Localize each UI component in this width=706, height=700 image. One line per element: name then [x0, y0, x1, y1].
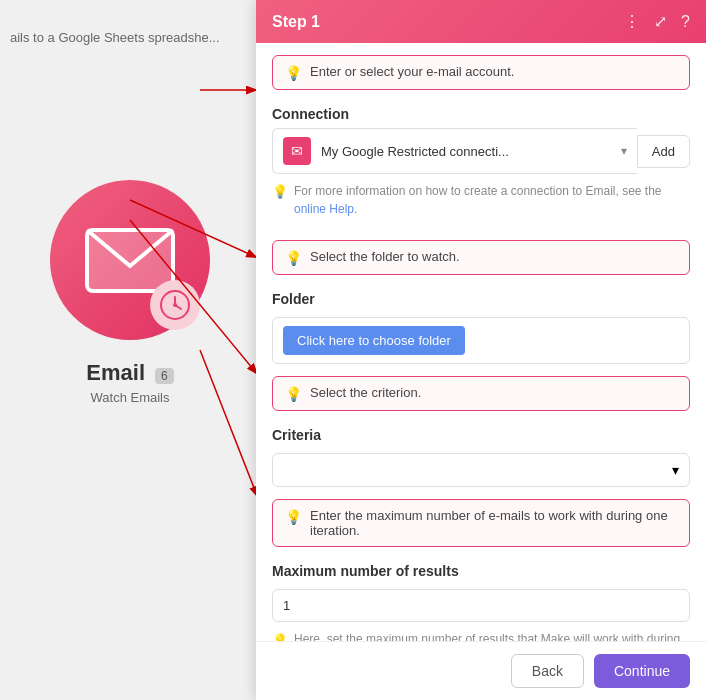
criteria-label: Criteria: [256, 423, 706, 449]
expand-icon[interactable]: ⤢: [654, 12, 667, 31]
tip-text-3: Select the criterion.: [310, 385, 421, 400]
email-badge: 6: [155, 368, 174, 384]
connection-label: Connection: [256, 102, 706, 128]
clock-badge: [150, 280, 200, 330]
add-connection-button[interactable]: Add: [637, 135, 690, 168]
tooltip-email-account: 💡 Enter or select your e-mail account.: [272, 55, 690, 90]
max-results-input[interactable]: [272, 589, 690, 622]
continue-button[interactable]: Continue: [594, 654, 690, 688]
clock-icon: [159, 289, 191, 321]
panel-footer: Back Continue: [256, 641, 706, 700]
email-sublabel: Watch Emails: [50, 390, 210, 405]
max-results-help-text: Here, set the maximum number of results …: [294, 630, 690, 641]
criteria-select[interactable]: ▾: [272, 453, 690, 487]
tip-text-4: Enter the maximum number of e-mails to w…: [310, 508, 677, 538]
header-icons: ⋮ ⤢ ?: [624, 12, 690, 31]
bg-text: ails to a Google Sheets spreadshe...: [10, 30, 220, 45]
email-title: Email: [86, 360, 145, 385]
tip-icon-2: 💡: [285, 250, 302, 266]
connection-chevron-icon: ▾: [621, 144, 627, 158]
connection-email-icon: ✉: [283, 137, 311, 165]
max-results-label: Maximum number of results: [256, 559, 706, 585]
email-icon-circle: [50, 180, 210, 340]
connection-help: 💡 For more information on how to create …: [256, 182, 706, 228]
online-help-link[interactable]: online Help.: [294, 202, 357, 216]
connection-name: My Google Restricted connecti...: [321, 144, 611, 159]
connection-select[interactable]: ✉ My Google Restricted connecti... ▾: [272, 128, 637, 174]
panel-body: 💡 Enter or select your e-mail account. C…: [256, 43, 706, 641]
help-text-content: For more information on how to create a …: [294, 182, 690, 218]
svg-point-4: [173, 303, 177, 307]
tooltip-max-results: 💡 Enter the maximum number of e-mails to…: [272, 499, 690, 547]
tip-icon-4: 💡: [285, 509, 302, 525]
panel-title: Step 1: [272, 13, 320, 31]
help-bulb-icon: 💡: [272, 182, 288, 202]
folder-input-row: Click here to choose folder: [272, 317, 690, 364]
tip-icon-3: 💡: [285, 386, 302, 402]
help-bulb-icon-2: 💡: [272, 631, 288, 641]
max-results-help: 💡 Here, set the maximum number of result…: [256, 630, 706, 641]
tooltip-criterion: 💡 Select the criterion.: [272, 376, 690, 411]
folder-label: Folder: [256, 287, 706, 313]
tip-text-1: Enter or select your e-mail account.: [310, 64, 514, 79]
help-icon[interactable]: ?: [681, 13, 690, 31]
tip-text-2: Select the folder to watch.: [310, 249, 460, 264]
criteria-chevron-icon: ▾: [672, 462, 679, 478]
tooltip-folder: 💡 Select the folder to watch.: [272, 240, 690, 275]
connection-row: ✉ My Google Restricted connecti... ▾ Add: [272, 128, 690, 174]
panel-header: Step 1 ⋮ ⤢ ?: [256, 0, 706, 43]
email-label-area: Email 6 Watch Emails: [50, 360, 210, 405]
help-text-main: For more information on how to create a …: [294, 184, 662, 198]
tip-icon-1: 💡: [285, 65, 302, 81]
step1-panel: Step 1 ⋮ ⤢ ? 💡 Enter or select your e-ma…: [256, 0, 706, 700]
more-options-icon[interactable]: ⋮: [624, 12, 640, 31]
back-button[interactable]: Back: [511, 654, 584, 688]
choose-folder-button[interactable]: Click here to choose folder: [283, 326, 465, 355]
